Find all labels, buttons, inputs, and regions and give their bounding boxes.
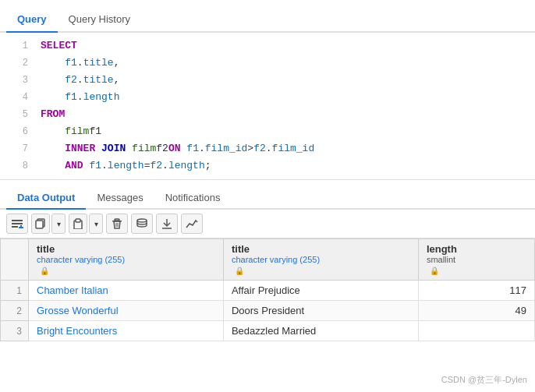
svg-rect-10 bbox=[115, 219, 119, 221]
line-number: 7 bbox=[6, 140, 28, 157]
code-token bbox=[95, 140, 101, 157]
cell-title1: Bright Encounters bbox=[29, 321, 224, 341]
col-type-title1: character varying (255) bbox=[37, 255, 215, 264]
add-row-button[interactable] bbox=[6, 214, 28, 234]
delete-button[interactable] bbox=[106, 214, 128, 234]
code-line-5: 5FROM bbox=[0, 106, 535, 123]
code-token bbox=[41, 157, 65, 175]
code-token: film_id bbox=[205, 140, 248, 157]
code-token: f2 bbox=[156, 140, 168, 157]
code-token: . bbox=[266, 140, 272, 157]
svg-rect-4 bbox=[19, 227, 23, 228]
line-number: 2 bbox=[6, 55, 28, 72]
svg-point-13 bbox=[137, 219, 147, 222]
copy-icon bbox=[35, 218, 46, 229]
col-name-title2: title bbox=[232, 243, 410, 255]
col-type-length: smallint bbox=[427, 255, 526, 264]
code-token: f2 bbox=[150, 157, 162, 175]
svg-rect-0 bbox=[12, 220, 23, 221]
code-token bbox=[41, 89, 65, 106]
table-row[interactable]: 2Grosse WonderfulDoors President49 bbox=[1, 301, 535, 321]
code-content: FROM bbox=[41, 106, 65, 123]
code-token bbox=[41, 123, 65, 140]
data-toolbar: ▾ ▾ bbox=[0, 210, 535, 238]
svg-rect-1 bbox=[12, 223, 23, 224]
row-number: 2 bbox=[1, 301, 29, 321]
code-content: SELECT bbox=[41, 37, 77, 55]
chart-button[interactable] bbox=[181, 214, 203, 234]
code-token: . bbox=[101, 157, 108, 175]
code-content: f2.title, bbox=[41, 72, 119, 89]
code-token bbox=[83, 157, 90, 175]
code-token: , bbox=[114, 72, 120, 89]
cell-length bbox=[418, 321, 534, 341]
data-table-container: title character varying (255) 🔒 title ch… bbox=[0, 238, 535, 341]
data-table: title character varying (255) 🔒 title ch… bbox=[0, 238, 535, 341]
code-token: . bbox=[199, 140, 205, 157]
toolbar-group-paste: ▾ bbox=[69, 214, 103, 234]
row-num-header bbox=[1, 239, 29, 281]
code-line-3: 3 f2.title, bbox=[0, 72, 535, 89]
code-token: ; bbox=[205, 157, 211, 175]
code-content: f1.length bbox=[41, 89, 119, 106]
svg-rect-2 bbox=[12, 226, 18, 228]
col-type-title2: character varying (255) bbox=[232, 255, 410, 264]
code-line-7: 7 INNER JOIN film f2 ON f1.film_id > f2.… bbox=[0, 140, 535, 157]
code-line-8: 8 AND f1.length = f2.length; bbox=[0, 157, 535, 175]
copy-dropdown-button[interactable]: ▾ bbox=[51, 214, 66, 234]
cell-title2: Bedazzled Married bbox=[223, 321, 418, 341]
sql-editor: 1SELECT2 f1.title,3 f2.title,4 f1.length… bbox=[0, 33, 535, 180]
svg-rect-6 bbox=[36, 221, 43, 228]
tab-data-output[interactable]: Data Output bbox=[6, 187, 86, 210]
lock-icon: 🔒 bbox=[430, 267, 439, 275]
table-row[interactable]: 1Chamber ItalianAffair Prejudice117 bbox=[1, 281, 535, 301]
cell-title2: Affair Prejudice bbox=[223, 281, 418, 301]
table-row[interactable]: 3Bright EncountersBedazzled Married bbox=[1, 321, 535, 341]
code-token: . bbox=[77, 55, 83, 72]
line-number: 5 bbox=[6, 106, 28, 123]
row-number: 3 bbox=[1, 321, 29, 341]
toolbar-group-copy: ▾ bbox=[31, 214, 66, 234]
line-number: 4 bbox=[6, 89, 28, 106]
code-token: film bbox=[132, 140, 156, 157]
code-token: film bbox=[65, 123, 89, 140]
code-token: f1 bbox=[89, 157, 101, 175]
tab-query[interactable]: Query bbox=[6, 7, 58, 33]
code-token: . bbox=[77, 89, 83, 106]
copy-button[interactable] bbox=[31, 214, 50, 234]
line-number: 3 bbox=[6, 72, 28, 89]
row-number: 1 bbox=[1, 281, 29, 301]
top-tab-bar: Query Query History bbox=[0, 0, 535, 33]
paste-dropdown-button[interactable]: ▾ bbox=[89, 214, 103, 234]
col-name-length: length bbox=[427, 243, 526, 255]
cell-length: 49 bbox=[418, 301, 534, 321]
code-token: f2 bbox=[253, 140, 266, 157]
paste-icon bbox=[73, 218, 83, 229]
code-content: film f1 bbox=[41, 123, 101, 140]
cell-length: 117 bbox=[418, 281, 534, 301]
lock-icon: 🔒 bbox=[40, 267, 49, 275]
watermark: CSDN @贫三年-Dylen bbox=[441, 374, 527, 386]
code-token: SELECT bbox=[41, 37, 77, 55]
paste-button[interactable] bbox=[69, 214, 87, 234]
tab-notifications[interactable]: Notifications bbox=[154, 187, 232, 210]
col-name-title1: title bbox=[37, 243, 215, 255]
code-token bbox=[126, 140, 132, 157]
cell-title1: Grosse Wonderful bbox=[29, 301, 224, 321]
code-token: = bbox=[144, 157, 151, 175]
chart-icon bbox=[186, 219, 198, 228]
code-line-4: 4 f1.length bbox=[0, 89, 535, 106]
code-token: > bbox=[247, 140, 253, 157]
download-button[interactable] bbox=[156, 214, 178, 234]
tab-query-history[interactable]: Query History bbox=[58, 7, 141, 33]
code-token: f1 bbox=[65, 55, 77, 72]
code-token: . bbox=[162, 157, 168, 175]
bottom-tab-bar: Data Output Messages Notifications bbox=[0, 182, 535, 210]
code-line-6: 6 film f1 bbox=[0, 123, 535, 140]
cell-title2: Doors President bbox=[223, 301, 418, 321]
db-button[interactable] bbox=[131, 214, 153, 234]
code-token bbox=[41, 72, 65, 89]
tab-messages[interactable]: Messages bbox=[86, 187, 154, 210]
add-row-icon bbox=[11, 217, 23, 230]
code-token: FROM bbox=[41, 106, 65, 123]
